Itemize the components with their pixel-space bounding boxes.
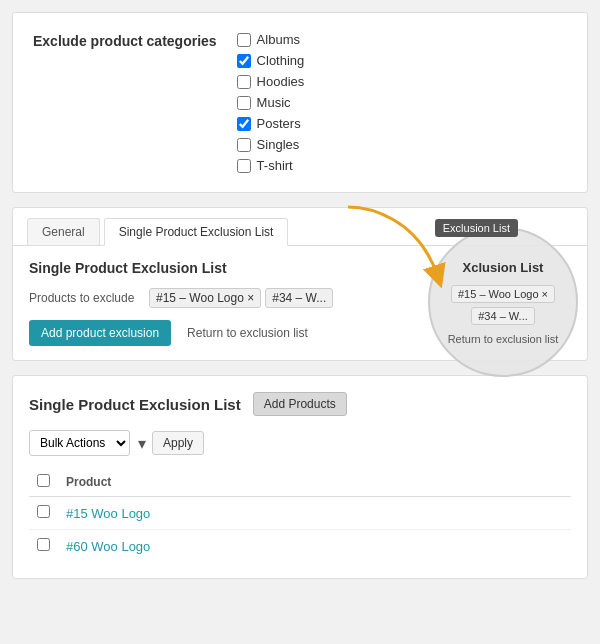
add-product-exclusion-button[interactable]: Add product exclusion — [29, 320, 171, 346]
dialog-title: Single Product Exclusion List — [29, 260, 571, 276]
field-row: Products to exclude #15 – Woo Logo ×#34 … — [29, 288, 571, 308]
bottom-header: Single Product Exclusion List Add Produc… — [29, 392, 571, 416]
apply-button[interactable]: Apply — [152, 431, 204, 455]
cat-clothing-label: Clothing — [257, 53, 305, 68]
exclude-categories-card: Exclude product categories AlbumsClothin… — [12, 12, 588, 193]
category-list: AlbumsClothingHoodiesMusicPostersSingles… — [237, 29, 305, 176]
cat-posters-label: Posters — [257, 116, 301, 131]
list-item: Albums — [237, 29, 305, 50]
dialog-card: GeneralSingle Product Exclusion List Sin… — [12, 207, 588, 361]
cat-posters-checkbox[interactable] — [237, 117, 251, 131]
tab-general-button[interactable]: General — [27, 218, 100, 245]
list-item: T-shirt — [237, 155, 305, 176]
th-checkbox — [29, 468, 58, 497]
select-all-checkbox[interactable] — [37, 474, 50, 487]
list-item: Hoodies — [237, 71, 305, 92]
table-row: #60 Woo Logo — [29, 530, 571, 563]
list-item: Posters — [237, 113, 305, 134]
dialog-tabs: GeneralSingle Product Exclusion List — [13, 208, 587, 246]
tab-exclusion-button[interactable]: Single Product Exclusion List — [104, 218, 289, 246]
list-item: Singles — [237, 134, 305, 155]
cat-albums-label: Albums — [257, 32, 300, 47]
cat-music-checkbox[interactable] — [237, 96, 251, 110]
tag-15-tag: #15 – Woo Logo × — [149, 288, 261, 308]
table-header-row: Product — [29, 468, 571, 497]
prod-15-checkbox[interactable] — [37, 505, 50, 518]
cat-tshirts-label: T-shirt — [257, 158, 293, 173]
tag-34-tag: #34 – W... — [265, 288, 333, 308]
bottom-card-title: Single Product Exclusion List — [29, 396, 241, 413]
cat-albums-checkbox[interactable] — [237, 33, 251, 47]
cat-singles-label: Singles — [257, 137, 300, 152]
cat-music-label: Music — [257, 95, 291, 110]
table-row: #15 Woo Logo — [29, 497, 571, 530]
prod-60-checkbox[interactable] — [37, 538, 50, 551]
cat-tshirts-checkbox[interactable] — [237, 159, 251, 173]
tag-container: #15 – Woo Logo ×#34 – W... — [149, 288, 571, 308]
prod-15-link[interactable]: #15 Woo Logo — [66, 506, 150, 521]
cat-hoodies-label: Hoodies — [257, 74, 305, 89]
cat-singles-checkbox[interactable] — [237, 138, 251, 152]
add-products-button[interactable]: Add Products — [253, 392, 347, 416]
product-table: Product #15 Woo Logo#60 Woo Logo — [29, 468, 571, 562]
exclude-categories-title: Exclude product categories — [33, 29, 217, 176]
list-item: Clothing — [237, 50, 305, 71]
return-to-exclusion-link[interactable]: Return to exclusion list — [179, 320, 316, 346]
dialog-body: Single Product Exclusion List Products t… — [13, 246, 587, 360]
prod-60-link[interactable]: #60 Woo Logo — [66, 539, 150, 554]
th-product: Product — [58, 468, 571, 497]
bottom-card: Single Product Exclusion List Add Produc… — [12, 375, 588, 579]
list-item: Music — [237, 92, 305, 113]
product-list: #15 Woo Logo#60 Woo Logo — [29, 497, 571, 563]
select-arrow-icon: ▾ — [138, 434, 146, 453]
bulk-actions-select[interactable]: Bulk Actions — [29, 430, 130, 456]
bulk-row: Bulk Actions ▾ Apply — [29, 430, 571, 456]
cat-hoodies-checkbox[interactable] — [237, 75, 251, 89]
cat-clothing-checkbox[interactable] — [237, 54, 251, 68]
field-label: Products to exclude — [29, 291, 139, 305]
middle-section: Exclusion List GeneralSingle Product Exc… — [12, 207, 588, 361]
action-row: Add product exclusion Return to exclusio… — [29, 320, 571, 346]
